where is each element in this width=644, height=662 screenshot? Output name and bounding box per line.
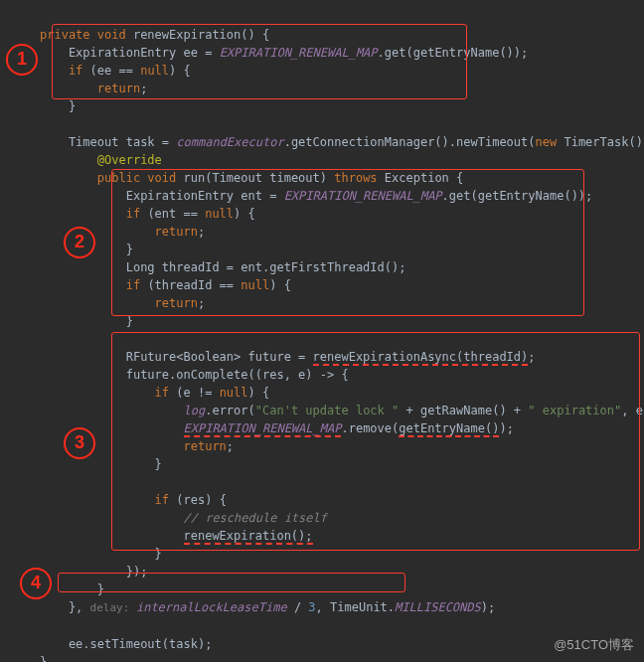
t: RFuture<Boolean> future = — [40, 350, 313, 364]
t: ExpirationEntry ent = — [40, 189, 284, 203]
t: / — [287, 600, 309, 614]
t: return — [40, 225, 198, 239]
t: null — [241, 278, 269, 292]
t: Exception { — [385, 171, 463, 185]
badge-2: 2 — [64, 227, 95, 258]
t: if — [40, 386, 176, 400]
t: .get(getEntryName()); — [378, 46, 529, 60]
t: // reschedule itself — [40, 511, 327, 525]
code-block: private void renewExpiration() { Expirat… — [0, 0, 644, 662]
t: ) { — [248, 386, 270, 400]
t: null — [220, 386, 248, 400]
t: } — [40, 457, 162, 471]
watermark: @51CTO博客 — [554, 635, 634, 655]
t: @Override — [40, 153, 162, 167]
t: ); — [499, 421, 513, 435]
badge-1: 1 — [6, 44, 38, 76]
t: Long threadId = ent.getFirstThreadId(); — [40, 260, 405, 274]
t: ) { — [169, 64, 191, 78]
t: renewExpiration — [133, 28, 241, 42]
t: ; — [140, 82, 147, 95]
t: EXPIRATION_RENEWAL_MAP — [284, 189, 442, 203]
t: " expiration" — [528, 404, 621, 417]
t: } — [40, 99, 76, 113]
t: (ee == — [90, 64, 141, 78]
t: commandExecutor — [176, 135, 283, 149]
t: , TimeUnit. — [316, 600, 395, 614]
t: if — [40, 64, 90, 78]
t: ) { — [234, 207, 255, 221]
t: ; — [528, 350, 535, 364]
badge-3: 3 — [64, 427, 95, 459]
t: null — [205, 207, 234, 221]
t: "Can't update lock " — [255, 404, 400, 417]
t: ; — [227, 439, 234, 453]
t: ExpirationEntry ee = — [40, 46, 220, 60]
t: log — [184, 404, 206, 417]
t: (e != — [176, 386, 219, 400]
t: + getRawName() + — [399, 404, 528, 417]
t: } — [40, 314, 133, 328]
t: Timeout task = — [40, 135, 176, 149]
t: 3 — [308, 600, 315, 614]
t: if — [40, 493, 176, 507]
t: MILLISECONDS — [395, 600, 481, 614]
t: null — [140, 64, 169, 78]
t: .remove( — [341, 421, 399, 435]
t — [40, 529, 184, 543]
t: internalLockLeaseTime — [136, 600, 287, 614]
underline: renewExpirationAsync(threadId) — [313, 350, 529, 366]
t: TimerTask() { — [564, 135, 644, 149]
t: }); — [40, 565, 147, 579]
t: .getConnectionManager().newTimeout( — [284, 135, 536, 149]
t: run — [184, 171, 206, 185]
t: .error( — [205, 404, 255, 417]
t: (Timeout timeout) — [205, 171, 334, 185]
t: (res) { — [176, 493, 227, 507]
t: ; — [198, 225, 205, 239]
t: ; — [198, 296, 205, 310]
t: if — [40, 207, 147, 221]
t: throws — [334, 171, 385, 185]
param-hint: delay: — [90, 601, 136, 614]
t: ) { — [269, 278, 291, 292]
t: (ent == — [147, 207, 205, 221]
t: } — [40, 655, 47, 663]
t: return — [40, 296, 198, 310]
t — [40, 404, 184, 417]
t: }, — [40, 600, 90, 614]
t: return — [40, 82, 140, 95]
t: (threadId == — [147, 278, 241, 292]
underline: EXPIRATION_RENEWAL_MAP — [184, 421, 342, 437]
t: ee.setTimeout(task); — [40, 637, 212, 651]
t — [40, 421, 184, 435]
t: ); — [481, 600, 495, 614]
badge-4: 4 — [20, 568, 52, 599]
t: .get(getEntryName()); — [442, 189, 593, 203]
t: new — [536, 135, 564, 149]
t: EXPIRATION_RENEWAL_MAP — [220, 46, 378, 60]
t: } — [40, 547, 162, 561]
t: private void — [40, 28, 133, 42]
underline: renewExpiration(); — [184, 529, 313, 545]
t: () { — [241, 28, 269, 42]
underline: getEntryName() — [399, 421, 499, 437]
t: public void — [40, 171, 184, 185]
t: if — [40, 278, 147, 292]
t: , e); — [621, 404, 644, 417]
t: future.onComplete((res, e) -> { — [40, 368, 349, 382]
